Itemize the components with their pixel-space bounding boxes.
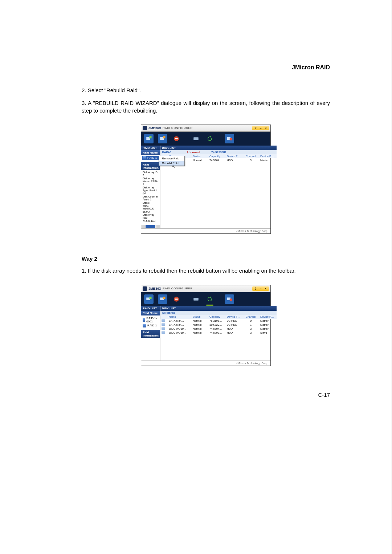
table-row[interactable]: SATA Max… Normal 76.3196… 3G HDD 0 Maste…: [160, 319, 277, 323]
toolbar-settings-button[interactable]: [225, 134, 234, 143]
cell-capacity: 74.5304…: [208, 158, 226, 162]
window-help-button[interactable]: ?: [253, 287, 258, 290]
window-minimize-button[interactable]: –: [258, 287, 263, 290]
cell-device: HDD: [226, 331, 242, 335]
disk-icon: [162, 323, 165, 326]
cell-status: Normal: [192, 331, 208, 335]
cell-name: SATA Max…: [168, 319, 192, 323]
table-row[interactable]: SATA Max… Normal 189.920… 3G HDD 1 Maste…: [160, 323, 277, 327]
svg-rect-12: [163, 297, 166, 299]
app-title-rest: RAID CONFIGURER: [163, 287, 193, 290]
sidebar-item-raid-1[interactable]: RAID-1: [142, 156, 159, 160]
cell-devport: Master: [259, 323, 277, 327]
svg-rect-3: [163, 136, 166, 138]
disk-table-body: WDC WD80… Normal 74.5304… HDD 3 Master: [160, 158, 277, 229]
sidebar-scrollbar[interactable]: [141, 225, 160, 228]
info-line: Disk Array Type: Raid 1 (M…: [143, 186, 159, 195]
sidebar-item-raid-1-0001[interactable]: RAID-1-0001: [142, 316, 159, 323]
svg-rect-1: [150, 136, 152, 138]
col-name[interactable]: Name: [168, 315, 192, 319]
raid-status-state: Abnormal: [185, 150, 210, 154]
cell-status: Normal: [192, 323, 208, 327]
col-device[interactable]: Device T…: [226, 315, 242, 319]
raid-icon: [143, 156, 146, 160]
table-row[interactable]: WDC WD80… Normal 74.5304… HDD 3 Master: [160, 327, 277, 331]
header-title: JMicron RAID: [82, 64, 330, 71]
toolbar-create-raid-button[interactable]: [144, 294, 154, 304]
window-minimize-button[interactable]: –: [258, 126, 263, 130]
col-channel[interactable]: Channel: [242, 315, 259, 319]
col-status[interactable]: Status: [192, 315, 208, 319]
window-close-button[interactable]: ×: [264, 126, 268, 130]
scroll-thumb[interactable]: [146, 225, 155, 228]
screenshot-1-wrap: JMB36X RAID CONFIGURER ? – ×: [82, 125, 330, 234]
table-row[interactable]: WDC WD80… Normal 74.5293… HDD 3 Slave: [160, 331, 277, 335]
instruction-step-2: 2. Select "Rebuild Raid".: [82, 87, 330, 94]
sidebar-item-raid-1[interactable]: RAID-1: [142, 323, 159, 328]
window-close-button[interactable]: ×: [264, 287, 268, 290]
window-help-button[interactable]: ?: [253, 126, 258, 130]
toolbar: [141, 132, 270, 146]
app-logo-icon: [143, 126, 147, 130]
col-devport[interactable]: Device P…: [259, 154, 277, 158]
col-devport[interactable]: Device P…: [259, 315, 277, 319]
scroll-left-arrow-icon[interactable]: [141, 225, 145, 228]
window-footer: JMicron Technology Corp.: [141, 228, 270, 233]
col-status[interactable]: Status: [192, 154, 208, 158]
sidebar-raid-name-header: Raid Name: [141, 311, 160, 315]
sidebar-item-label: RAID-1: [147, 156, 157, 159]
toolbar-settings-button[interactable]: [225, 294, 234, 304]
svg-rect-5: [175, 138, 178, 139]
scroll-right-arrow-icon[interactable]: [156, 225, 160, 228]
col-channel[interactable]: Channel: [242, 154, 259, 158]
svg-rect-17: [230, 298, 232, 301]
cell-name: SATA Max…: [168, 323, 192, 327]
sidebar-raid-info-header: Raid Information: [141, 330, 160, 338]
toolbar-rebuild-raid-button[interactable]: [205, 294, 215, 304]
svg-rect-8: [230, 138, 232, 140]
window-titlebar: JMB36X RAID CONFIGURER ? – ×: [141, 285, 270, 292]
svg-rect-10: [150, 297, 152, 299]
toolbar-create-raid-button[interactable]: [144, 134, 154, 143]
cell-name: WDC WD80…: [168, 331, 192, 335]
cell-capacity: 189.920…: [208, 323, 226, 327]
raid-icon: [143, 324, 146, 327]
svg-rect-6: [193, 137, 199, 140]
cell-capacity: 74.5304…: [208, 327, 226, 331]
sidebar: RAID LIST Raid Name RAID-1-0001 RAID-1 R…: [141, 306, 160, 360]
disk-icon: [162, 331, 165, 334]
context-menu-rebuild-raid[interactable]: Rebuild Raid…: [159, 161, 184, 166]
col-device[interactable]: Device T…: [226, 154, 242, 158]
cell-capacity: 76.3196…: [208, 319, 226, 323]
col-capacity[interactable]: Capacity: [208, 315, 226, 319]
disk-list-header: DISK LIST: [160, 306, 277, 311]
disk-table-body: SATA Max… Normal 76.3196… 3G HDD 0 Maste…: [160, 319, 277, 360]
toolbar-remove-raid-button[interactable]: [172, 134, 181, 143]
cell-status: Normal: [192, 319, 208, 323]
raid-icon: [143, 318, 145, 322]
toolbar-remove-raid-button[interactable]: [172, 294, 181, 304]
context-menu-remove-raid[interactable]: Remove Raid: [159, 156, 184, 161]
cell-capacity: 74.5293…: [208, 331, 226, 335]
toolbar-create-backup-button[interactable]: [158, 134, 167, 143]
toolbar-rebuild-raid-button[interactable]: [205, 134, 215, 143]
toolbar-disk-button[interactable]: [191, 294, 201, 304]
disk-icon: [162, 319, 165, 322]
way-2-step-1: 1. If the disk array needs to rebuild th…: [82, 267, 330, 274]
cell-name: WDC WD80…: [168, 327, 192, 331]
info-line: Disk Array Name: RAID-1: [143, 177, 159, 186]
cell-channel: 3: [242, 331, 259, 335]
raid-configurer-window-1: JMB36X RAID CONFIGURER ? – ×: [141, 125, 271, 234]
raid-information-panel: Disk Array ID: 3 Disk Array Name: RAID-1…: [141, 170, 160, 225]
col-capacity[interactable]: Capacity: [208, 154, 226, 158]
sidebar-item-label: RAID-1: [147, 324, 157, 327]
window-body: RAID LIST Raid Name RAID-1-0001 RAID-1 R…: [141, 306, 270, 360]
app-logo-icon: [143, 286, 147, 291]
raid-status-size: 74.5293GB: [210, 150, 228, 154]
cell-channel: 0: [242, 319, 259, 323]
cell-devport: Master: [259, 327, 277, 331]
toolbar-create-backup-button[interactable]: [158, 294, 167, 304]
raid-configurer-window-2: JMB36X RAID CONFIGURER ? – ×: [141, 285, 271, 366]
cell-channel: 3: [242, 327, 259, 331]
toolbar-disk-button[interactable]: [191, 134, 201, 143]
